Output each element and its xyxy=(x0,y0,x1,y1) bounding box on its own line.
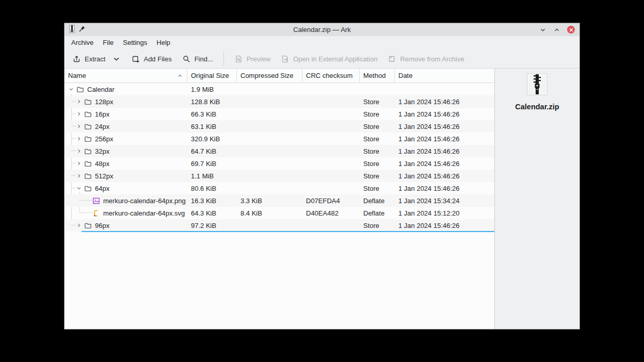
table-row[interactable]: merkuro-calendar-64px.svg64.3 KiB8.4 KiB… xyxy=(65,207,494,219)
column-header-label: Original Size xyxy=(191,72,229,79)
titlebar[interactable]: Calendar.zip — Ark xyxy=(65,23,579,36)
toolbar: ExtractAdd FilesFind...PreviewOpen in Ex… xyxy=(65,50,579,69)
column-header-original-size[interactable]: Original Size xyxy=(187,69,237,83)
entry-crc-checksum: D07EFDA4 xyxy=(302,197,360,205)
chevron-down-icon[interactable] xyxy=(68,86,75,93)
entry-name: Calendar xyxy=(87,86,115,93)
entry-method: Store xyxy=(360,185,395,192)
chevron-down-icon[interactable] xyxy=(112,55,121,63)
table-row[interactable]: 24px63.1 KiBStore1 Jan 2024 15:46:26 xyxy=(65,120,494,133)
folder-icon xyxy=(84,160,92,168)
entry-method: Store xyxy=(360,172,395,180)
extract-button[interactable]: Extract xyxy=(67,51,126,67)
folder-icon xyxy=(84,110,92,118)
column-header-date[interactable]: Date xyxy=(395,69,494,83)
column-header-method[interactable]: Method xyxy=(360,69,395,83)
table-row[interactable]: Calendar1.9 MiB xyxy=(65,83,494,95)
entry-original-size: 64.3 KiB xyxy=(187,209,237,217)
toolbar-button-label: Add Files xyxy=(143,55,171,63)
column-header-label: Compressed Size xyxy=(240,72,294,79)
chevron-right-icon[interactable] xyxy=(75,172,83,179)
entry-method: Store xyxy=(360,123,395,130)
chevron-right-icon[interactable] xyxy=(75,135,83,142)
folder-icon xyxy=(84,172,92,180)
menu-settings[interactable]: Settings xyxy=(118,36,152,50)
folder-icon xyxy=(84,185,92,192)
entry-original-size: 66.3 KiB xyxy=(187,110,237,118)
preview-icon xyxy=(234,55,243,63)
entry-original-size: 63.1 KiB xyxy=(187,123,237,130)
toolbar-button-label: Remove from Archive xyxy=(400,55,464,63)
entry-date: 1 Jan 2024 15:12:20 xyxy=(395,209,494,217)
entry-name: 24px xyxy=(95,123,109,130)
entry-original-size: 16.3 KiB xyxy=(187,197,237,205)
table-row[interactable]: merkuro-calendar-64px.png16.3 KiB3.3 KiB… xyxy=(65,194,494,207)
chevron-down-icon[interactable] xyxy=(75,185,83,192)
add-files-button[interactable]: Add Files xyxy=(126,51,176,67)
entry-date: 1 Jan 2024 15:46:26 xyxy=(395,160,494,168)
entry-name: merkuro-calendar-64px.svg xyxy=(103,209,185,217)
entry-method: Store xyxy=(360,98,395,106)
entry-original-size: 1.1 MiB xyxy=(187,172,237,180)
tree-spacer xyxy=(84,197,91,204)
entry-name: 48px xyxy=(95,160,109,168)
table-row[interactable]: 16px66.3 KiBStore1 Jan 2024 15:46:26 xyxy=(65,108,494,120)
menu-help[interactable]: Help xyxy=(152,36,175,50)
entry-original-size: 69.7 KiB xyxy=(187,160,237,168)
toolbar-button-label: Find... xyxy=(195,55,213,63)
chevron-right-icon[interactable] xyxy=(75,98,83,105)
entry-date: 1 Jan 2024 15:46:26 xyxy=(395,98,494,106)
entry-name: 512px xyxy=(95,172,113,180)
folder-icon xyxy=(76,86,84,93)
archive-table: NameOriginal SizeCompressed SizeCRC chec… xyxy=(65,69,494,329)
toolbar-button-label: Open in External Application xyxy=(293,55,377,63)
entry-method: Store xyxy=(360,160,395,168)
entry-name: merkuro-calendar-64px.png xyxy=(103,197,186,205)
menu-file[interactable]: File xyxy=(98,36,118,50)
app-zip-icon xyxy=(69,25,75,35)
chevron-right-icon[interactable] xyxy=(75,123,83,130)
entry-crc-checksum: D40EA482 xyxy=(302,209,360,217)
window-title: Calendar.zip — Ark xyxy=(131,26,513,34)
column-header-crc-checksum[interactable]: CRC checksum xyxy=(302,69,360,83)
table-row[interactable]: 128px128.8 KiBStore1 Jan 2024 15:46:26 xyxy=(65,95,494,108)
folder-icon xyxy=(84,123,92,130)
menu-bar: ArchiveFileSettingsHelp xyxy=(65,36,579,50)
table-body[interactable]: Calendar1.9 MiB128px128.8 KiBStore1 Jan … xyxy=(65,83,494,329)
chevron-right-icon[interactable] xyxy=(75,222,83,229)
table-row[interactable]: 32px64.7 KiBStore1 Jan 2024 15:46:26 xyxy=(65,145,494,157)
entry-date: 1 Jan 2024 15:46:26 xyxy=(395,135,494,143)
chevron-right-icon[interactable] xyxy=(75,160,83,167)
maximize-button[interactable] xyxy=(553,26,560,34)
entry-name: 16px xyxy=(95,110,109,118)
entry-name: 128px xyxy=(95,98,113,106)
ark-window: Calendar.zip — Ark ArchiveFileSettingsHe… xyxy=(64,23,580,330)
table-row[interactable]: 256px320.9 KiBStore1 Jan 2024 15:46:26 xyxy=(65,133,494,145)
chevron-right-icon[interactable] xyxy=(75,110,83,118)
table-row[interactable]: 96px97.2 KiBStore1 Jan 2024 15:46:26 xyxy=(65,219,494,232)
table-row[interactable]: 64px80.6 KiBStore1 Jan 2024 15:46:26 xyxy=(65,182,494,194)
entry-name: 96px xyxy=(95,222,109,229)
entry-original-size: 80.6 KiB xyxy=(187,185,237,192)
column-header-label: CRC checksum xyxy=(306,72,352,79)
menu-archive[interactable]: Archive xyxy=(67,36,98,50)
image-file-icon xyxy=(92,197,100,205)
pin-icon[interactable] xyxy=(78,25,86,35)
column-header-compressed-size[interactable]: Compressed Size xyxy=(237,69,302,83)
close-button[interactable] xyxy=(567,26,575,34)
minimize-button[interactable] xyxy=(539,26,546,34)
table-row[interactable]: 512px1.1 MiBStore1 Jan 2024 15:46:26 xyxy=(65,170,494,182)
entry-date: 1 Jan 2024 15:46:26 xyxy=(395,110,494,118)
sort-ascending-icon xyxy=(177,73,183,79)
entry-compressed-size: 8.4 KiB xyxy=(237,209,302,217)
folder-icon xyxy=(84,135,92,143)
find-button[interactable]: Find... xyxy=(177,51,218,67)
table-row[interactable]: 48px69.7 KiBStore1 Jan 2024 15:46:26 xyxy=(65,157,494,170)
toolbar-button-label: Extract xyxy=(85,55,105,63)
column-header-name[interactable]: Name xyxy=(65,69,187,83)
column-header-label: Method xyxy=(363,72,385,79)
entry-method: Deflate xyxy=(360,209,395,217)
chevron-right-icon[interactable] xyxy=(75,147,83,155)
entry-method: Deflate xyxy=(360,197,395,205)
preview-button: Preview xyxy=(229,51,276,67)
